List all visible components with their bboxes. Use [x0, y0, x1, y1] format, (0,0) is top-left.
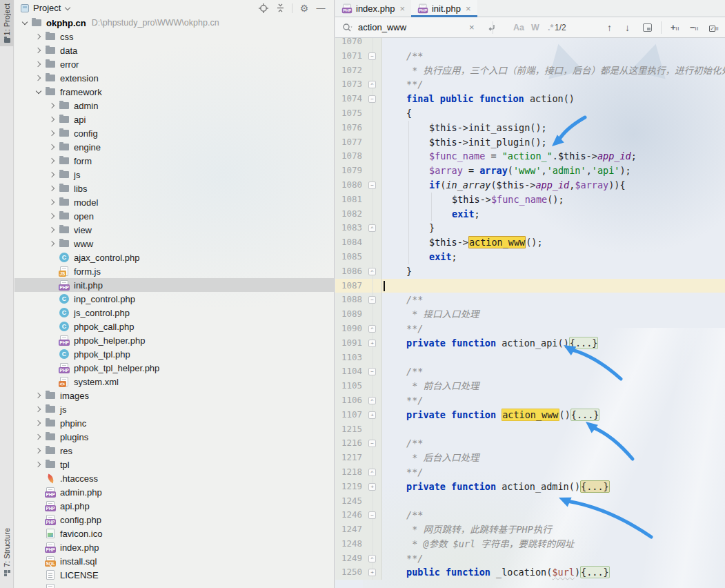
code-line-1088[interactable]: 1088−/** — [335, 293, 725, 307]
chevron-right-icon[interactable] — [34, 32, 43, 41]
tree-item-init.php[interactable]: PHPinit.php — [14, 278, 334, 292]
chevron-right-icon[interactable] — [34, 74, 43, 83]
fold-marker-start-icon[interactable]: − — [368, 52, 376, 60]
code-line-1077[interactable]: 1077$this->init_plugin(); — [335, 135, 725, 150]
code-line-1089[interactable]: 1089 * 接口入口处理 — [335, 307, 725, 322]
tree-item-js-control.php[interactable]: Cjs_control.php — [14, 306, 334, 320]
fold-marker-end-icon[interactable]: ^ — [368, 224, 376, 232]
fold-marker-start-icon[interactable]: − — [368, 511, 376, 519]
tree-item-error[interactable]: error — [14, 57, 334, 71]
tab-index-php[interactable]: PHPindex.php× — [335, 0, 411, 17]
code-line-1103[interactable]: 1103 — [335, 351, 725, 365]
code-line-1106[interactable]: 1106^**/ — [335, 393, 725, 408]
tree-item-config.php[interactable]: PHPconfig.php — [14, 513, 334, 527]
previous-match-icon[interactable]: ↑ — [607, 22, 612, 33]
toolwindow-button-project[interactable]: 1: Project — [0, 0, 14, 46]
hide-panel-icon[interactable]: — — [315, 2, 327, 14]
code-line-1086[interactable]: 1086^} — [335, 264, 725, 279]
tree-item-form[interactable]: form — [14, 154, 334, 168]
chevron-right-icon[interactable] — [48, 198, 57, 207]
code-line-1087[interactable]: 1087 — [335, 279, 725, 293]
tree-item-root[interactable]: okphp.cnD:\phpstudy_pro\WWW\okphp.cn — [14, 16, 334, 30]
tree-item-css[interactable]: css — [14, 30, 334, 43]
code-line-1073[interactable]: 1073^**/ — [335, 77, 725, 92]
tree-item-ajax-control.php[interactable]: Cajax_control.php — [14, 251, 334, 264]
search-icon[interactable] — [342, 23, 353, 32]
select-all-occurrences-icon[interactable]: ✓II — [709, 22, 719, 32]
chevron-right-icon[interactable] — [34, 46, 43, 55]
collapse-all-icon[interactable] — [274, 2, 286, 14]
tree-item-form.js[interactable]: JSform.js — [14, 264, 334, 278]
tree-item-api[interactable]: api — [14, 112, 334, 126]
tree-item-install.sql[interactable]: SQLinstall.sql — [14, 554, 334, 568]
code-line-1075[interactable]: 1075{ — [335, 106, 725, 121]
tree-item-view[interactable]: view — [14, 223, 334, 237]
regex-toggle[interactable]: .* — [548, 23, 553, 32]
close-tab-icon[interactable]: × — [466, 3, 471, 14]
chevron-right-icon[interactable] — [34, 405, 43, 414]
fold-marker-plus-icon[interactable]: + — [368, 483, 376, 491]
code-line-1070[interactable]: 1070 — [335, 38, 725, 49]
code-line-1078[interactable]: 1078$func_name = "action_".$this->app_id… — [335, 149, 725, 164]
fold-marker-start-icon[interactable]: − — [368, 296, 376, 304]
folded-code-pill[interactable]: {...} — [570, 409, 600, 421]
tree-item-index.php[interactable]: PHPindex.php — [14, 540, 334, 554]
tree-item-open[interactable]: open — [14, 209, 334, 223]
tree-item-tpl[interactable]: tpl — [14, 458, 334, 471]
tree-item-js[interactable]: js — [14, 168, 334, 182]
folded-code-pill[interactable]: {...} — [580, 480, 610, 493]
tree-item-phpinc[interactable]: phpinc — [14, 416, 334, 430]
remove-occurrence-icon[interactable]: −II — [690, 22, 699, 32]
tree-item-engine[interactable]: engine — [14, 140, 334, 154]
code-line-1218[interactable]: 1218^**/ — [335, 465, 725, 480]
locate-file-icon[interactable] — [257, 2, 270, 14]
fold-marker-start-icon[interactable]: − — [368, 368, 376, 375]
fold-marker-start-icon[interactable]: − — [368, 182, 376, 189]
code-line-1216[interactable]: 1216−/** — [335, 436, 725, 451]
tree-item-framework[interactable]: framework — [14, 85, 334, 99]
code-line-1217[interactable]: 1217 * 后台入口处理 — [335, 451, 725, 465]
chevron-down-icon[interactable] — [20, 19, 29, 28]
chevron-right-icon[interactable] — [48, 239, 57, 248]
code-line-1090[interactable]: 1090^**/ — [335, 322, 725, 336]
tree-item-phpok-call.php[interactable]: Cphpok_call.php — [14, 320, 334, 333]
tree-item-images[interactable]: images — [14, 389, 334, 402]
chevron-right-icon[interactable] — [34, 447, 43, 455]
tree-item-data[interactable]: data — [14, 43, 334, 57]
tree-item-libs[interactable]: libs — [14, 182, 334, 195]
code-editor[interactable]: 10701071−/**1072 * 执行应用，三个入口（前端，接口，后台）都是… — [335, 38, 725, 588]
chevron-right-icon[interactable] — [34, 60, 43, 69]
tree-item-phpok-tpl.php[interactable]: Cphpok_tpl.php — [14, 347, 334, 361]
tree-item-www[interactable]: www — [14, 237, 334, 251]
code-line-1076[interactable]: 1076$this->init_assign(); — [335, 121, 725, 135]
project-title-dropdown-icon[interactable] — [65, 4, 70, 10]
code-line-1091[interactable]: 1091+private function action_api(){...} — [335, 336, 725, 351]
code-line-1084[interactable]: 1084$this->action_www(); — [335, 235, 725, 250]
code-line-1071[interactable]: 1071−/** — [335, 49, 725, 63]
open-in-find-window-icon[interactable] — [643, 23, 652, 32]
fold-marker-start-icon[interactable]: − — [368, 95, 376, 103]
folded-code-pill[interactable]: {...} — [569, 337, 599, 349]
code-line-1246[interactable]: 1246−/** — [335, 508, 725, 522]
code-line-1104[interactable]: 1104−/** — [335, 364, 725, 379]
tree-item-license[interactable]: LICENSE — [14, 568, 334, 582]
close-tab-icon[interactable]: × — [399, 3, 405, 14]
code-line-1247[interactable]: 1247 * 网页跳转，此跳转基于PHP执行 — [335, 522, 725, 537]
tree-item-inp-control.php[interactable]: Cinp_control.php — [14, 292, 334, 306]
chevron-right-icon[interactable] — [48, 143, 57, 152]
fold-marker-plus-icon[interactable]: + — [368, 340, 376, 347]
fold-marker-plus-icon[interactable]: + — [368, 411, 376, 419]
code-line-1105[interactable]: 1105 * 前台入口处理 — [335, 379, 725, 393]
newline-icon[interactable] — [487, 23, 496, 32]
fold-marker-end-icon[interactable]: ^ — [368, 81, 376, 88]
tree-item-admin.php[interactable]: PHPadmin.php — [14, 485, 334, 499]
code-line-1082[interactable]: 1082exit; — [335, 207, 725, 222]
next-match-icon[interactable]: ↓ — [625, 22, 630, 33]
tree-item-model[interactable]: model — [14, 195, 334, 209]
folded-code-pill[interactable]: {...} — [580, 566, 610, 578]
code-line-1215[interactable]: 1215 — [335, 422, 725, 437]
fold-marker-end-icon[interactable]: ^ — [368, 268, 376, 275]
tree-item-res[interactable]: res — [14, 444, 334, 458]
code-line-1074[interactable]: 1074−final public function action() — [335, 92, 725, 106]
code-line-1079[interactable]: 1079$array = array('www','admin','api'); — [335, 164, 725, 178]
